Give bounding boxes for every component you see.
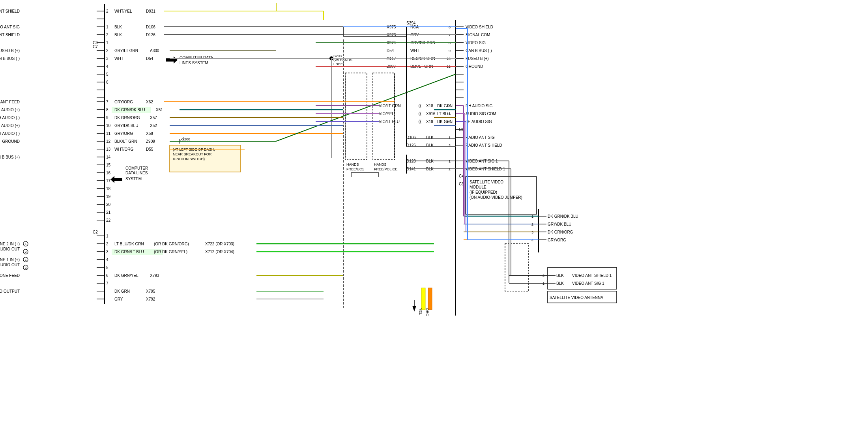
svg-text:2: 2 [106,49,108,53]
svg-text:FUSED B (+): FUSED B (+) [466,56,489,61]
svg-text:RIGHT AUDIO OUT: RIGHT AUDIO OUT [0,263,20,267]
svg-text:1: 1 [106,25,108,29]
svg-text:2: 2 [106,242,108,246]
svg-text:RADIO ANT SIG: RADIO ANT SIG [466,135,495,140]
svg-text:HANDS: HANDS [346,163,359,166]
svg-text:GROUND: GROUND [2,139,20,144]
svg-text:S203: S203 [333,54,342,58]
svg-text:DK GRN/ORG: DK GRN/ORG [548,230,573,234]
svg-text:D54: D54 [387,49,394,53]
svg-text:WHT: WHT [410,49,419,53]
svg-text:VIO/LT BLU: VIO/LT BLU [379,120,400,124]
svg-text:(OR DK GRN/ORG): (OR DK GRN/ORG) [154,242,189,246]
svg-text:DK GRN: DK GRN [114,289,130,293]
svg-text:MICROPHONE 2 IN (+): MICROPHONE 2 IN (+) [0,242,20,246]
svg-text:WHT/YEL: WHT/YEL [114,9,132,13]
svg-text:COMPUTER DATA: COMPUTER DATA [180,56,213,60]
svg-text:RADIO ANT SHIELD: RADIO ANT SHIELD [466,143,502,148]
svg-text:2: 2 [106,9,108,13]
svg-text:BLK: BLK [114,33,122,37]
svg-text:A300: A300 [150,49,159,53]
svg-text:18: 18 [106,187,111,191]
svg-text:4: 4 [106,64,108,69]
svg-text:X722 (OR X703): X722 (OR X703) [205,242,234,246]
svg-text:HANDS: HANDS [374,163,387,166]
svg-text:(ON AUDIO-VIDEO JUMPER): (ON AUDIO-VIDEO JUMPER) [470,195,522,200]
svg-text:12: 12 [106,139,111,144]
svg-text:BLK/LT GRN: BLK/LT GRN [114,139,137,144]
svg-text:DK GRN/DK BLU: DK GRN/DK BLU [114,108,145,112]
svg-text:LEFT AUDIO OUT: LEFT AUDIO OUT [0,247,20,251]
svg-text:CAN B BUS (+): CAN B BUS (+) [0,155,20,159]
svg-text:FREE/UC1: FREE/UC1 [346,167,364,171]
svg-text:X793: X793 [150,273,159,278]
svg-rect-328 [428,288,432,310]
svg-text:19: 19 [106,194,111,199]
svg-text:X712 (OR X704): X712 (OR X704) [205,250,234,254]
svg-text:IGNITION SWITCH): IGNITION SWITCH) [173,157,205,161]
svg-text:2: 2 [25,266,27,269]
svg-text:RADIO LH AUDIO (-): RADIO LH AUDIO (-) [0,116,20,120]
svg-text:X916: X916 [426,112,436,116]
svg-text:C7: C7 [93,45,98,49]
svg-text:9: 9 [106,116,108,120]
wiring-svg: 2 1 2 1 2 3 4 5 6 7 8 9 10 11 12 13 14 1… [0,0,868,426]
svg-text:CAN B BUS (-): CAN B BUS (-) [466,49,492,53]
svg-text:2: 2 [106,33,108,37]
svg-text:GRY: GRY [114,297,123,301]
svg-text:ORG: ORG [425,308,429,316]
svg-text:11: 11 [106,131,111,136]
svg-text:GRY/ORG: GRY/ORG [548,238,566,242]
svg-text:X51: X51 [156,108,163,112]
wiring-diagram: 2 1 2 1 2 3 4 5 6 7 8 9 10 11 12 13 14 1… [0,0,868,426]
svg-text:RADIO RH AUDIO (+): RADIO RH AUDIO (+) [0,123,20,128]
svg-text:RADIO LH AUDIO (+): RADIO LH AUDIO (+) [0,108,20,112]
svg-text:MICROPHONE FEED: MICROPHONE FEED [0,273,20,278]
svg-text:GROUND: GROUND [466,64,483,69]
svg-text:NEAR BREAKOUT FOR: NEAR BREAKOUT FOR [173,152,212,156]
svg-text:(OR DK GRN/YEL): (OR DK GRN/YEL) [154,250,187,254]
svg-text:GRY/LT GRN: GRY/LT GRN [114,49,138,53]
svg-text:LINES SYSTEM: LINES SYSTEM [180,61,208,65]
svg-text:AUDIO SIG COM: AUDIO SIG COM [466,112,496,116]
svg-text:FREE): FREE) [333,62,344,66]
svg-text:⟨⟨: ⟨⟨ [418,119,421,124]
svg-text:15: 15 [106,163,111,167]
svg-text:MICROPHONE 1 IN (+): MICROPHONE 1 IN (+) [0,258,20,262]
svg-text:2: 2 [25,250,27,254]
svg-text:D126: D126 [146,33,155,37]
svg-text:1: 1 [106,41,108,45]
svg-text:20: 20 [106,202,111,207]
svg-text:16: 16 [106,171,111,175]
svg-text:5: 5 [106,265,108,270]
svg-text:4: 4 [106,258,108,262]
svg-text:RADIO ANT SHIELD: RADIO ANT SHIELD [0,9,20,13]
svg-text:5: 5 [106,72,108,77]
svg-text:22: 22 [106,218,111,222]
svg-text:G200: G200 [181,137,190,141]
svg-text:Z909: Z909 [146,139,155,144]
svg-text:3: 3 [106,250,108,254]
svg-text:YEL: YEL [419,308,423,315]
svg-text:GRY/DK BLU: GRY/DK BLU [548,222,571,226]
svg-text:13: 13 [106,147,111,151]
svg-text:SIGNAL COM: SIGNAL COM [466,33,490,37]
svg-text:X18: X18 [426,104,433,108]
svg-text:D106: D106 [146,25,155,29]
svg-text:MODULE: MODULE [470,185,486,189]
svg-text:LH AUDIO SIG: LH AUDIO SIG [466,120,492,124]
svg-text:RADIO RH AUDIO (-): RADIO RH AUDIO (-) [0,131,20,136]
svg-text:VIDEO SHIELD: VIDEO SHIELD [466,25,493,29]
svg-text:BLK: BLK [556,273,564,278]
svg-text:10: 10 [106,123,111,128]
svg-text:VIO/YEL: VIO/YEL [379,112,394,116]
svg-text:7: 7 [106,281,108,286]
svg-text:17: 17 [106,179,111,183]
svg-text:SATELLITE VIDEO: SATELLITE VIDEO [470,180,503,184]
svg-text:X57: X57 [150,116,157,120]
svg-text:DK GRN/DK BLU: DK GRN/DK BLU [548,214,578,219]
svg-text:(IF EQUIPPED): (IF EQUIPPED) [470,190,497,194]
svg-text:BLK: BLK [556,281,564,286]
svg-text:DK GRN/ORG: DK GRN/ORG [114,116,140,120]
svg-text:SYSTEM: SYSTEM [125,177,142,181]
